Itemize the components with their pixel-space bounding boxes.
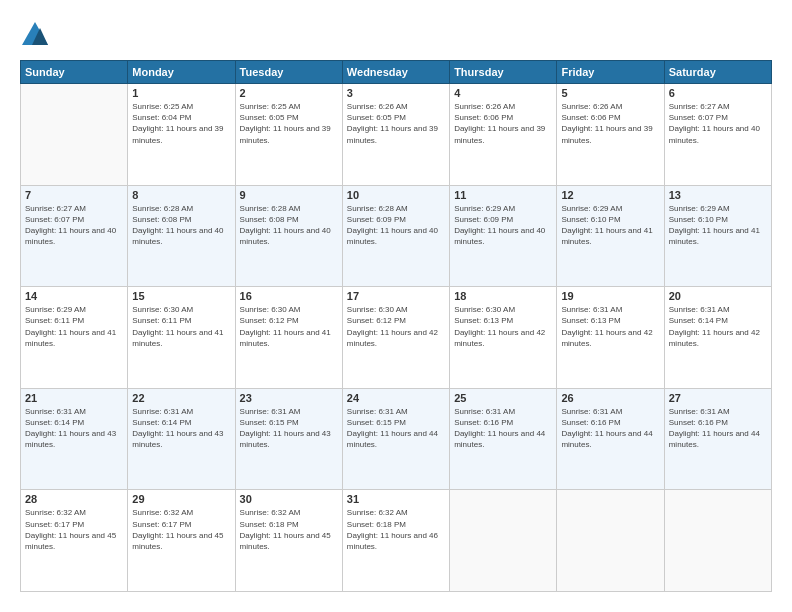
calendar-header-saturday: Saturday: [664, 61, 771, 84]
calendar-cell: 28Sunrise: 6:32 AMSunset: 6:17 PMDayligh…: [21, 490, 128, 592]
day-info: Sunrise: 6:31 AMSunset: 6:15 PMDaylight:…: [347, 406, 445, 451]
day-info: Sunrise: 6:31 AMSunset: 6:16 PMDaylight:…: [561, 406, 659, 451]
day-number: 25: [454, 392, 552, 404]
calendar-cell: 13Sunrise: 6:29 AMSunset: 6:10 PMDayligh…: [664, 185, 771, 287]
day-number: 30: [240, 493, 338, 505]
calendar-cell: 8Sunrise: 6:28 AMSunset: 6:08 PMDaylight…: [128, 185, 235, 287]
day-number: 23: [240, 392, 338, 404]
calendar-cell: 1Sunrise: 6:25 AMSunset: 6:04 PMDaylight…: [128, 84, 235, 186]
calendar-cell: 23Sunrise: 6:31 AMSunset: 6:15 PMDayligh…: [235, 388, 342, 490]
calendar-cell: 27Sunrise: 6:31 AMSunset: 6:16 PMDayligh…: [664, 388, 771, 490]
logo-icon: [20, 20, 50, 50]
day-number: 1: [132, 87, 230, 99]
day-number: 26: [561, 392, 659, 404]
calendar-cell: 14Sunrise: 6:29 AMSunset: 6:11 PMDayligh…: [21, 287, 128, 389]
day-info: Sunrise: 6:29 AMSunset: 6:10 PMDaylight:…: [669, 203, 767, 248]
day-number: 17: [347, 290, 445, 302]
day-info: Sunrise: 6:26 AMSunset: 6:06 PMDaylight:…: [561, 101, 659, 146]
day-number: 24: [347, 392, 445, 404]
day-number: 7: [25, 189, 123, 201]
day-number: 13: [669, 189, 767, 201]
day-info: Sunrise: 6:31 AMSunset: 6:14 PMDaylight:…: [132, 406, 230, 451]
calendar-cell: 18Sunrise: 6:30 AMSunset: 6:13 PMDayligh…: [450, 287, 557, 389]
day-number: 28: [25, 493, 123, 505]
calendar-cell: 30Sunrise: 6:32 AMSunset: 6:18 PMDayligh…: [235, 490, 342, 592]
calendar-cell: 25Sunrise: 6:31 AMSunset: 6:16 PMDayligh…: [450, 388, 557, 490]
day-info: Sunrise: 6:31 AMSunset: 6:13 PMDaylight:…: [561, 304, 659, 349]
calendar-cell: 7Sunrise: 6:27 AMSunset: 6:07 PMDaylight…: [21, 185, 128, 287]
calendar-cell: 11Sunrise: 6:29 AMSunset: 6:09 PMDayligh…: [450, 185, 557, 287]
calendar-cell: 19Sunrise: 6:31 AMSunset: 6:13 PMDayligh…: [557, 287, 664, 389]
calendar-cell: 6Sunrise: 6:27 AMSunset: 6:07 PMDaylight…: [664, 84, 771, 186]
page: SundayMondayTuesdayWednesdayThursdayFrid…: [0, 0, 792, 612]
day-number: 6: [669, 87, 767, 99]
day-info: Sunrise: 6:29 AMSunset: 6:09 PMDaylight:…: [454, 203, 552, 248]
day-info: Sunrise: 6:31 AMSunset: 6:14 PMDaylight:…: [669, 304, 767, 349]
day-info: Sunrise: 6:29 AMSunset: 6:10 PMDaylight:…: [561, 203, 659, 248]
calendar-cell: 26Sunrise: 6:31 AMSunset: 6:16 PMDayligh…: [557, 388, 664, 490]
calendar-cell: 9Sunrise: 6:28 AMSunset: 6:08 PMDaylight…: [235, 185, 342, 287]
day-number: 8: [132, 189, 230, 201]
day-info: Sunrise: 6:30 AMSunset: 6:11 PMDaylight:…: [132, 304, 230, 349]
day-number: 29: [132, 493, 230, 505]
calendar-week-row: 28Sunrise: 6:32 AMSunset: 6:17 PMDayligh…: [21, 490, 772, 592]
day-number: 27: [669, 392, 767, 404]
day-number: 4: [454, 87, 552, 99]
calendar-header-wednesday: Wednesday: [342, 61, 449, 84]
calendar-header-friday: Friday: [557, 61, 664, 84]
calendar-cell: 4Sunrise: 6:26 AMSunset: 6:06 PMDaylight…: [450, 84, 557, 186]
calendar-week-row: 7Sunrise: 6:27 AMSunset: 6:07 PMDaylight…: [21, 185, 772, 287]
day-number: 9: [240, 189, 338, 201]
day-info: Sunrise: 6:32 AMSunset: 6:17 PMDaylight:…: [25, 507, 123, 552]
calendar-cell: 12Sunrise: 6:29 AMSunset: 6:10 PMDayligh…: [557, 185, 664, 287]
calendar-cell: 3Sunrise: 6:26 AMSunset: 6:05 PMDaylight…: [342, 84, 449, 186]
day-number: 14: [25, 290, 123, 302]
day-info: Sunrise: 6:26 AMSunset: 6:05 PMDaylight:…: [347, 101, 445, 146]
day-number: 21: [25, 392, 123, 404]
calendar-header-monday: Monday: [128, 61, 235, 84]
day-number: 19: [561, 290, 659, 302]
logo: [20, 20, 54, 50]
day-number: 15: [132, 290, 230, 302]
day-info: Sunrise: 6:27 AMSunset: 6:07 PMDaylight:…: [669, 101, 767, 146]
day-info: Sunrise: 6:32 AMSunset: 6:17 PMDaylight:…: [132, 507, 230, 552]
calendar-cell: 21Sunrise: 6:31 AMSunset: 6:14 PMDayligh…: [21, 388, 128, 490]
calendar-cell: 29Sunrise: 6:32 AMSunset: 6:17 PMDayligh…: [128, 490, 235, 592]
calendar-cell: 24Sunrise: 6:31 AMSunset: 6:15 PMDayligh…: [342, 388, 449, 490]
day-info: Sunrise: 6:30 AMSunset: 6:12 PMDaylight:…: [347, 304, 445, 349]
calendar-cell: 31Sunrise: 6:32 AMSunset: 6:18 PMDayligh…: [342, 490, 449, 592]
calendar-cell: 10Sunrise: 6:28 AMSunset: 6:09 PMDayligh…: [342, 185, 449, 287]
day-info: Sunrise: 6:31 AMSunset: 6:14 PMDaylight:…: [25, 406, 123, 451]
calendar-cell: [450, 490, 557, 592]
day-info: Sunrise: 6:25 AMSunset: 6:05 PMDaylight:…: [240, 101, 338, 146]
day-info: Sunrise: 6:25 AMSunset: 6:04 PMDaylight:…: [132, 101, 230, 146]
day-info: Sunrise: 6:31 AMSunset: 6:16 PMDaylight:…: [454, 406, 552, 451]
calendar-week-row: 14Sunrise: 6:29 AMSunset: 6:11 PMDayligh…: [21, 287, 772, 389]
day-number: 22: [132, 392, 230, 404]
day-info: Sunrise: 6:32 AMSunset: 6:18 PMDaylight:…: [347, 507, 445, 552]
calendar-header-tuesday: Tuesday: [235, 61, 342, 84]
day-info: Sunrise: 6:26 AMSunset: 6:06 PMDaylight:…: [454, 101, 552, 146]
day-number: 5: [561, 87, 659, 99]
calendar-cell: [21, 84, 128, 186]
calendar-cell: 22Sunrise: 6:31 AMSunset: 6:14 PMDayligh…: [128, 388, 235, 490]
calendar-week-row: 1Sunrise: 6:25 AMSunset: 6:04 PMDaylight…: [21, 84, 772, 186]
day-number: 2: [240, 87, 338, 99]
calendar-cell: [664, 490, 771, 592]
calendar-cell: 17Sunrise: 6:30 AMSunset: 6:12 PMDayligh…: [342, 287, 449, 389]
day-info: Sunrise: 6:32 AMSunset: 6:18 PMDaylight:…: [240, 507, 338, 552]
day-number: 31: [347, 493, 445, 505]
day-number: 12: [561, 189, 659, 201]
day-number: 3: [347, 87, 445, 99]
day-number: 11: [454, 189, 552, 201]
day-number: 10: [347, 189, 445, 201]
calendar-cell: [557, 490, 664, 592]
calendar-week-row: 21Sunrise: 6:31 AMSunset: 6:14 PMDayligh…: [21, 388, 772, 490]
day-info: Sunrise: 6:30 AMSunset: 6:13 PMDaylight:…: [454, 304, 552, 349]
day-info: Sunrise: 6:27 AMSunset: 6:07 PMDaylight:…: [25, 203, 123, 248]
day-number: 20: [669, 290, 767, 302]
day-info: Sunrise: 6:28 AMSunset: 6:09 PMDaylight:…: [347, 203, 445, 248]
day-info: Sunrise: 6:31 AMSunset: 6:16 PMDaylight:…: [669, 406, 767, 451]
calendar-cell: 20Sunrise: 6:31 AMSunset: 6:14 PMDayligh…: [664, 287, 771, 389]
calendar-table: SundayMondayTuesdayWednesdayThursdayFrid…: [20, 60, 772, 592]
